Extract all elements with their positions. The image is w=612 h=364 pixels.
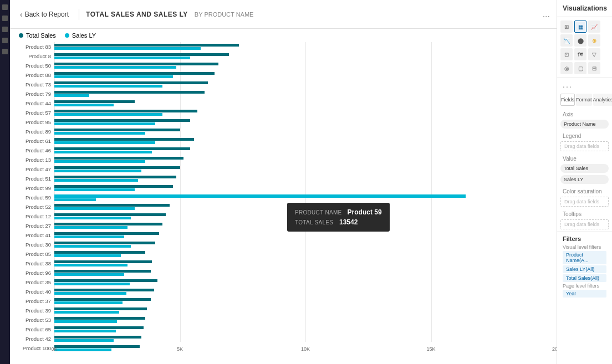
- sidebar-icon-3[interactable]: [2, 27, 8, 32]
- bar-row-19[interactable]: [54, 221, 557, 230]
- bar-total-2: [54, 63, 218, 65]
- bar-row-20[interactable]: [54, 230, 557, 240]
- y-label-14: Product 51: [10, 174, 54, 183]
- y-label-18: Product 12: [10, 212, 54, 221]
- viz-icon-bar[interactable]: ▦: [574, 20, 586, 33]
- viz-icon-card[interactable]: ▢: [574, 62, 586, 74]
- bar-row-16[interactable]: [54, 193, 557, 202]
- viz-icon-gauge[interactable]: ◎: [560, 62, 573, 74]
- bar-row-25[interactable]: [54, 278, 557, 287]
- sidebar-icon-2[interactable]: [2, 16, 8, 21]
- bar-total-28: [54, 307, 147, 310]
- viz-icon-scatter[interactable]: ⊡: [560, 48, 573, 60]
- bar-row-13[interactable]: [54, 165, 557, 174]
- bar-row-27[interactable]: [54, 296, 557, 306]
- chart-subtitle: BY PRODUCT NAME: [195, 11, 254, 18]
- bar-ly-17: [54, 207, 135, 210]
- bar-row-9[interactable]: [54, 127, 557, 136]
- bar-row-15[interactable]: [54, 183, 557, 193]
- bar-row-17[interactable]: [54, 202, 557, 212]
- viz-icon-funnel[interactable]: ▽: [588, 48, 600, 60]
- bar-row-5[interactable]: [54, 89, 557, 99]
- viz-icon-area[interactable]: 📉: [560, 34, 573, 47]
- bar-row-7[interactable]: [54, 108, 557, 117]
- back-button[interactable]: ‹ Back to Report: [17, 8, 72, 21]
- bar-row-3[interactable]: [54, 70, 557, 80]
- more-options-button[interactable]: ...: [543, 9, 550, 19]
- x-axis: 0K5K10K15K20K: [54, 342, 557, 353]
- bar-ly-1: [54, 57, 190, 59]
- y-label-7: Product 57: [10, 108, 54, 117]
- y-label-27: Product 37: [10, 296, 54, 306]
- viz-icon-pie[interactable]: ⬤: [574, 34, 586, 47]
- top-divider: [79, 9, 79, 20]
- bar-total-14: [54, 176, 176, 178]
- y-axis: Product 83Product 8Product 50Product 88P…: [10, 42, 54, 353]
- bar-row-28[interactable]: [54, 306, 557, 315]
- bar-row-6[interactable]: [54, 99, 557, 108]
- bar-total-23: [54, 260, 152, 263]
- viz-icon-yellow[interactable]: ⊕: [588, 34, 600, 47]
- bar-row-22[interactable]: [54, 249, 557, 259]
- sidebar-icon-4[interactable]: [2, 38, 8, 43]
- bar-ly-16: [54, 198, 96, 201]
- bar-ly-2: [54, 66, 176, 69]
- viz-icon-kpi[interactable]: ⊟: [588, 62, 600, 74]
- legend-bar: Total Sales Sales LY: [10, 29, 557, 42]
- y-label-5: Product 79: [10, 89, 54, 99]
- bar-total-21: [54, 242, 155, 244]
- bar-total-17: [54, 204, 170, 207]
- y-label-2: Product 50: [10, 61, 54, 70]
- bar-row-21[interactable]: [54, 240, 557, 249]
- bars-container: [54, 42, 557, 353]
- bar-row-24[interactable]: [54, 268, 557, 278]
- bar-ly-14: [54, 179, 138, 182]
- bar-ly-22: [54, 254, 121, 257]
- legend-label-sales-ly: Sales LY: [72, 32, 96, 39]
- viz-icon-line[interactable]: 📈: [588, 20, 600, 33]
- value-field-total-sales[interactable]: Total Sales: [560, 164, 609, 173]
- bar-row-23[interactable]: [54, 259, 557, 268]
- y-label-17: Product 52: [10, 202, 54, 212]
- bar-ly-3: [54, 75, 173, 78]
- bar-row-10[interactable]: [54, 136, 557, 146]
- filter-total-sales[interactable]: Total Sales(All): [563, 274, 606, 282]
- bar-ly-7: [54, 113, 162, 116]
- filter-sales-ly[interactable]: Sales LY(All): [563, 265, 606, 273]
- y-label-20: Product 41: [10, 230, 54, 240]
- bar-row-11[interactable]: [54, 146, 557, 155]
- bar-total-15: [54, 185, 173, 188]
- bar-total-20: [54, 232, 159, 235]
- y-label-21: Product 30: [10, 240, 54, 249]
- bar-row-0[interactable]: [54, 42, 557, 52]
- main-content: ‹ Back to Report TOTAL SALES AND SALES L…: [10, 0, 557, 364]
- bar-row-26[interactable]: [54, 287, 557, 296]
- bar-row-4[interactable]: [54, 80, 557, 89]
- axis-field-product-name[interactable]: Product Name: [560, 120, 609, 129]
- bar-row-2[interactable]: [54, 61, 557, 70]
- tab-analytics[interactable]: Analytics: [593, 94, 612, 106]
- bar-row-30[interactable]: [54, 325, 557, 334]
- x-label-3: 15K: [426, 346, 435, 352]
- bar-ly-8: [54, 122, 155, 125]
- sidebar-icon-5[interactable]: [2, 49, 8, 54]
- viz-icon-table[interactable]: ⊞: [560, 20, 573, 33]
- bar-row-1[interactable]: [54, 52, 557, 61]
- bar-row-29[interactable]: [54, 315, 557, 325]
- tab-format[interactable]: Format: [576, 94, 592, 106]
- more-viz-dots[interactable]: ...: [557, 78, 612, 91]
- viz-icon-map[interactable]: 🗺: [574, 48, 586, 60]
- bar-row-12[interactable]: [54, 155, 557, 165]
- value-field-sales-ly[interactable]: Sales LY: [560, 175, 609, 184]
- filter-year[interactable]: Year: [563, 290, 606, 298]
- bar-row-14[interactable]: [54, 174, 557, 183]
- filter-product-name[interactable]: Product Name(A...: [563, 251, 606, 264]
- bar-ly-28: [54, 311, 119, 314]
- bar-row-18[interactable]: [54, 212, 557, 221]
- y-label-9: Product 89: [10, 127, 54, 136]
- value-section-label: Value: [557, 152, 612, 163]
- bar-row-8[interactable]: [54, 117, 557, 127]
- sidebar-icon-1[interactable]: [2, 4, 8, 10]
- tab-fields[interactable]: Fields: [560, 94, 575, 106]
- x-label-0: 0K: [51, 346, 57, 352]
